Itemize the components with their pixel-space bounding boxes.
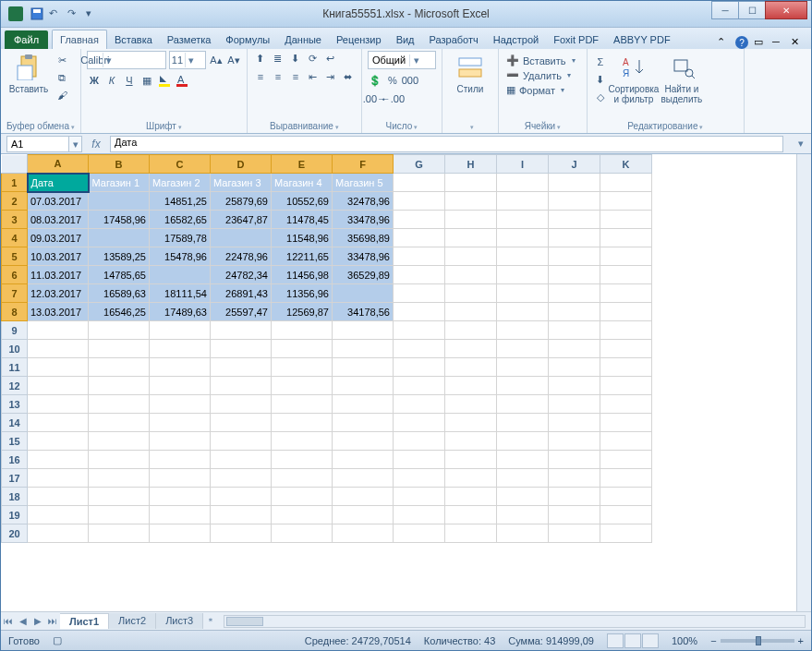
- cell[interactable]: [333, 488, 394, 506]
- data-cell[interactable]: 17458,96: [89, 211, 150, 229]
- cell[interactable]: [150, 340, 211, 358]
- column-header[interactable]: F: [333, 155, 394, 174]
- worksheet-grid[interactable]: ABCDEFGHIJK1ДатаМагазин 1Магазин 2Магази…: [1, 154, 811, 611]
- shrink-font-icon[interactable]: A▾: [226, 53, 241, 67]
- data-cell[interactable]: 16589,63: [89, 284, 150, 303]
- cell[interactable]: [333, 395, 394, 414]
- column-header[interactable]: B: [89, 155, 150, 174]
- data-cell[interactable]: 11478,45: [272, 211, 333, 229]
- column-header[interactable]: H: [445, 155, 497, 174]
- cell[interactable]: [28, 395, 89, 414]
- font-color-icon[interactable]: A: [175, 73, 189, 88]
- column-header[interactable]: G: [394, 155, 445, 174]
- data-cell[interactable]: [150, 266, 211, 284]
- cell[interactable]: [272, 321, 333, 340]
- cell[interactable]: [549, 469, 600, 488]
- data-cell[interactable]: 33478,96: [333, 211, 394, 229]
- cell[interactable]: [497, 266, 549, 284]
- minimize-ribbon-icon[interactable]: ⌃: [717, 36, 730, 49]
- data-cell[interactable]: [333, 284, 394, 303]
- data-cell[interactable]: 36529,89: [333, 266, 394, 284]
- cell[interactable]: [497, 358, 549, 377]
- column-header[interactable]: D: [211, 155, 272, 174]
- window-close-icon[interactable]: ✕: [791, 36, 804, 49]
- minimize-button[interactable]: ─: [711, 1, 739, 19]
- data-cell[interactable]: 26891,43: [211, 284, 272, 303]
- align-left-icon[interactable]: ≡: [253, 69, 268, 84]
- group-label-clipboard[interactable]: Буфер обмена: [6, 120, 75, 133]
- ribbon-tab[interactable]: Разработч: [422, 30, 486, 49]
- row-header[interactable]: 6: [2, 266, 28, 284]
- cell[interactable]: [497, 303, 549, 321]
- currency-icon[interactable]: 💲: [368, 73, 382, 88]
- row-header[interactable]: 4: [2, 229, 28, 247]
- find-select-button[interactable]: Найти и выделить: [660, 51, 704, 104]
- sort-filter-button[interactable]: АЯ Сортировка и фильтр: [612, 51, 656, 104]
- data-cell[interactable]: [89, 229, 150, 247]
- cell[interactable]: [89, 488, 150, 506]
- cell[interactable]: [549, 303, 600, 321]
- help-icon[interactable]: ?: [735, 36, 748, 49]
- row-header[interactable]: 9: [2, 321, 28, 340]
- row-header[interactable]: 2: [2, 192, 28, 211]
- ribbon-tab[interactable]: Формулы: [218, 30, 277, 49]
- cell[interactable]: [211, 321, 272, 340]
- cell[interactable]: [549, 506, 600, 524]
- column-header[interactable]: A: [28, 155, 89, 174]
- cell[interactable]: [600, 488, 652, 506]
- number-format-combo[interactable]: Общий▾: [368, 51, 436, 69]
- cell[interactable]: [445, 451, 497, 469]
- cell[interactable]: [89, 451, 150, 469]
- data-cell[interactable]: 12569,87: [272, 303, 333, 321]
- cell[interactable]: [600, 266, 652, 284]
- cell[interactable]: [394, 395, 445, 414]
- cell[interactable]: [549, 284, 600, 303]
- cell[interactable]: [394, 432, 445, 451]
- select-all-corner[interactable]: [2, 155, 28, 174]
- date-cell[interactable]: 11.03.2017: [28, 266, 89, 284]
- data-cell[interactable]: 25597,47: [211, 303, 272, 321]
- cell[interactable]: [394, 321, 445, 340]
- cell[interactable]: [549, 451, 600, 469]
- wrap-text-icon[interactable]: ↩: [323, 51, 338, 66]
- cell[interactable]: [549, 192, 600, 211]
- cell[interactable]: [272, 506, 333, 524]
- cell[interactable]: [28, 506, 89, 524]
- row-header[interactable]: 19: [2, 506, 28, 524]
- cell[interactable]: [549, 321, 600, 340]
- window-minimize-icon[interactable]: ─: [772, 36, 785, 49]
- cell[interactable]: [497, 377, 549, 395]
- cell[interactable]: [272, 414, 333, 432]
- cell[interactable]: [89, 340, 150, 358]
- group-label-alignment[interactable]: Выравнивание: [253, 120, 356, 133]
- header-cell[interactable]: Магазин 5: [333, 174, 394, 192]
- cell[interactable]: [445, 524, 497, 543]
- cell[interactable]: [394, 469, 445, 488]
- paste-button[interactable]: Вставить: [6, 51, 51, 94]
- cell[interactable]: [497, 211, 549, 229]
- orientation-icon[interactable]: ⟳: [306, 51, 321, 66]
- cell[interactable]: [600, 414, 652, 432]
- cell[interactable]: [549, 211, 600, 229]
- cell[interactable]: [394, 192, 445, 211]
- cell[interactable]: [497, 506, 549, 524]
- cell[interactable]: [600, 524, 652, 543]
- cell[interactable]: [150, 432, 211, 451]
- cell[interactable]: [497, 451, 549, 469]
- column-header[interactable]: E: [272, 155, 333, 174]
- data-cell[interactable]: 17589,78: [150, 229, 211, 247]
- cell[interactable]: [211, 358, 272, 377]
- cell[interactable]: [272, 358, 333, 377]
- cell[interactable]: [394, 377, 445, 395]
- cell[interactable]: [549, 174, 600, 192]
- cell[interactable]: [445, 303, 497, 321]
- bold-icon[interactable]: Ж: [87, 73, 102, 88]
- tab-nav-first[interactable]: ⏮: [1, 616, 16, 626]
- cell[interactable]: [600, 192, 652, 211]
- fill-color-icon[interactable]: [157, 73, 172, 88]
- indent-inc-icon[interactable]: ⇥: [323, 69, 338, 84]
- cell[interactable]: [150, 488, 211, 506]
- new-sheet-icon[interactable]: ＊: [203, 615, 218, 628]
- cell[interactable]: [497, 192, 549, 211]
- cell[interactable]: [600, 451, 652, 469]
